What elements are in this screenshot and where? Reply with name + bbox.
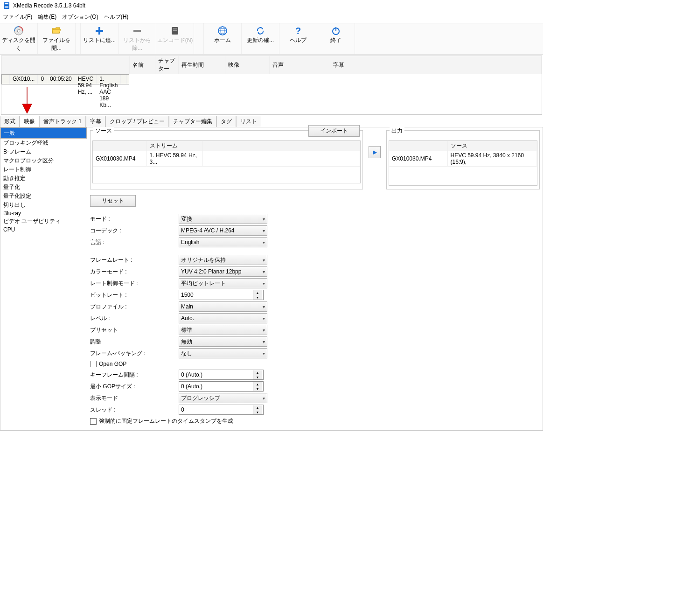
col-audio[interactable]: 音声 (269, 56, 330, 74)
menu-bar: ファイル(F) 編集(E) オプション(O) ヘルプ(H) (0, 11, 543, 23)
menu-file[interactable]: ファイル(F) (0, 12, 35, 22)
tab-audio[interactable]: 音声トラック 1 (39, 116, 86, 127)
sidebar-item[interactable]: 量子化 (0, 183, 87, 192)
chevron-down-icon: ▾ (263, 351, 265, 356)
svg-rect-11 (173, 28, 177, 29)
menu-edit[interactable]: 編集(E) (35, 12, 59, 22)
menu-options[interactable]: オプション(O) (59, 12, 101, 22)
preset-select[interactable]: 標準▾ (179, 325, 267, 335)
open-file-button[interactable]: ファイルを開... (38, 23, 76, 54)
force-cfr-checkbox[interactable]: 強制的に固定フレームレートのタイムスタンプを生成 (90, 417, 363, 425)
col-duration[interactable]: 再生時間 (178, 56, 225, 74)
refresh-icon (242, 25, 279, 36)
chevron-down-icon: ▾ (263, 328, 265, 333)
framerate-select[interactable]: オリジナルを保持▾ (179, 255, 267, 265)
col-video[interactable]: 映像 (225, 56, 269, 74)
file-list-panel: 名前 チャプター 再生時間 映像 音声 字幕 GX010... 0 00:05:… (1, 56, 542, 115)
help-button[interactable]: ? ヘルプ (279, 23, 317, 54)
sidebar-item[interactable]: Blu-ray (0, 210, 87, 217)
plus-icon (81, 25, 118, 36)
sidebar-item[interactable]: ブロッキング軽減 (0, 139, 87, 147)
tab-format[interactable]: 形式 (0, 116, 20, 127)
output-row[interactable]: GX010030.MP4 HEVC 59.94 Hz, 3840 x 2160 … (389, 151, 537, 167)
red-arrow-annotation (20, 86, 34, 114)
question-icon: ? (279, 25, 317, 36)
codec-select[interactable]: MPEG-4 AVC / H.264▾ (179, 225, 267, 236)
add-to-output-button[interactable]: ▶ (369, 146, 381, 158)
thread-input[interactable]: ▲▼ (179, 405, 264, 415)
col-sub[interactable]: 字幕 (330, 56, 541, 74)
tune-select[interactable]: 無効▾ (179, 336, 267, 347)
chevron-down-icon: ▾ (263, 339, 265, 344)
svg-rect-3 (5, 6, 8, 7)
menu-help[interactable]: ヘルプ(H) (101, 12, 132, 22)
tab-list[interactable]: リスト (236, 116, 261, 127)
bitrate-input[interactable]: ▲▼ (179, 290, 264, 300)
tab-tag[interactable]: タグ (216, 116, 236, 127)
encode-icon (156, 25, 194, 36)
chevron-down-icon: ▾ (263, 217, 265, 222)
toolbar: ディスクを開く ファイルを開... リストに追... リストから除... エンコ… (0, 23, 543, 55)
app-icon (3, 2, 10, 9)
svg-rect-4 (5, 7, 8, 8)
profile-select[interactable]: Main▾ (179, 301, 267, 312)
reset-button[interactable]: リセット (90, 195, 136, 207)
home-button[interactable]: ホーム (204, 23, 242, 54)
disc-icon (0, 25, 37, 36)
sidebar-item[interactable]: ビデオ ユーザビリティ (0, 217, 87, 226)
chevron-down-icon: ▾ (263, 228, 265, 233)
mingop-input[interactable]: ▲▼ (179, 381, 264, 392)
ratecontrol-select[interactable]: 平均ビットレート▾ (179, 278, 267, 288)
col-name[interactable]: 名前 (129, 56, 155, 74)
sidebar-item[interactable]: 量子化設定 (0, 192, 87, 201)
spinner-icon[interactable]: ▲▼ (253, 405, 262, 414)
remove-from-list-button: リストから除... (118, 23, 156, 54)
chevron-down-icon: ▾ (263, 304, 265, 309)
keyframe-input[interactable]: ▲▼ (179, 370, 264, 380)
play-arrow-icon: ▶ (373, 149, 377, 155)
output-table[interactable]: ソース GX010030.MP4 HEVC 59.94 Hz, 3840 x 2… (389, 141, 537, 167)
spinner-icon[interactable]: ▲▼ (253, 370, 262, 379)
packing-select[interactable]: なし▾ (179, 348, 267, 358)
folder-open-icon (38, 25, 75, 36)
spinner-icon[interactable]: ▲▼ (253, 290, 262, 300)
svg-rect-8 (96, 30, 103, 32)
sidebar-item[interactable]: レート制御 (0, 165, 87, 174)
tab-video[interactable]: 映像 (20, 116, 39, 127)
colormode-select[interactable]: YUV 4:2:0 Planar 12bpp▾ (179, 266, 267, 277)
video-settings-sidebar: 一般 ブロッキング軽減 B-フレーム マクロブロック区分 レート制御 動き推定 … (0, 127, 87, 430)
file-row[interactable]: GX010... 0 00:05:20 HEVC 59.94 Hz, ... 1… (1, 74, 129, 84)
sidebar-item[interactable]: 一般 (0, 127, 87, 139)
level-select[interactable]: Auto.▾ (179, 313, 267, 323)
svg-rect-1 (5, 3, 8, 4)
source-row[interactable]: GX010030.MP4 1. HEVC 59.94 Hz, 3... (93, 151, 360, 167)
display-mode-select[interactable]: プログレッシブ▾ (179, 393, 267, 403)
file-list-table[interactable]: 名前 チャプター 再生時間 映像 音声 字幕 GX010... 0 00:05:… (1, 56, 542, 114)
update-button[interactable]: 更新の確... (242, 23, 279, 54)
chevron-down-icon: ▾ (263, 281, 265, 286)
sidebar-item[interactable]: 切り出し (0, 201, 87, 210)
tab-chapter[interactable]: チャプター編集 (169, 116, 216, 127)
add-to-list-button[interactable]: リストに追... (81, 23, 118, 54)
tab-crop[interactable]: クロップ / プレビュー (105, 116, 169, 127)
mode-select[interactable]: 変換▾ (179, 214, 267, 224)
exit-button[interactable]: 終了 (317, 23, 355, 54)
chevron-down-icon: ▾ (263, 269, 265, 274)
opengop-checkbox[interactable]: Open GOP (90, 361, 363, 367)
source-table[interactable]: ストリーム GX010030.MP4 1. HEVC 59.94 Hz, 3..… (93, 141, 360, 167)
encode-button: エンコード(N) (156, 23, 194, 54)
col-chapter[interactable]: チャプター (155, 56, 178, 74)
globe-icon (204, 25, 241, 36)
tab-sub[interactable]: 字幕 (86, 116, 105, 127)
sidebar-item[interactable]: B-フレーム (0, 147, 87, 156)
title-bar: XMedia Recode 3.5.1.3 64bit (0, 0, 543, 11)
sidebar-item[interactable]: CPU (0, 226, 87, 233)
open-disc-button[interactable]: ディスクを開く (0, 23, 38, 54)
spinner-icon[interactable]: ▲▼ (253, 382, 262, 391)
sidebar-item[interactable]: マクロブロック区分 (0, 156, 87, 165)
svg-text:?: ? (295, 26, 301, 36)
minus-icon (118, 25, 156, 36)
language-select[interactable]: English▾ (179, 237, 267, 247)
output-group-label: 出力 (390, 127, 404, 135)
sidebar-item[interactable]: 動き推定 (0, 174, 87, 183)
